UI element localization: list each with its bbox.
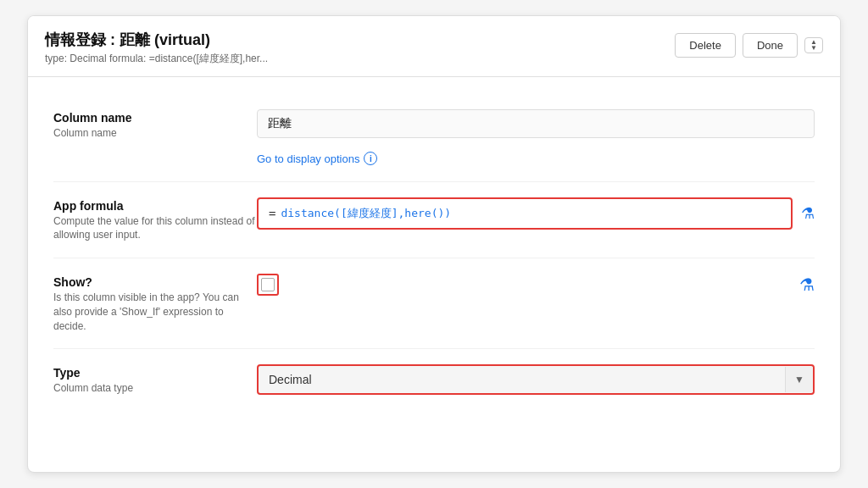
info-icon: i [364, 152, 377, 165]
go-to-display-container: Go to display options i [257, 145, 815, 166]
main-panel: 情報登録 : 距離 (virtual) type: Decimal formul… [27, 15, 841, 473]
column-name-label-desc: Column name [53, 126, 257, 141]
header-actions: Delete Done ▲ ▼ [675, 33, 823, 58]
formula-text: distance([緯度経度],here()) [281, 206, 451, 221]
show-row: Show? Is this column visible in the app?… [53, 258, 815, 349]
formula-equals: = [269, 207, 275, 220]
type-dropdown[interactable]: Decimal ▼ [257, 364, 815, 395]
app-formula-row: App formula Compute the value for this c… [53, 182, 815, 259]
column-name-row: Column name Column name Go to display op… [53, 94, 815, 182]
go-to-display-text: Go to display options [257, 152, 359, 165]
panel-title: 情報登録 : 距離 (virtual) [45, 30, 268, 50]
delete-button[interactable]: Delete [675, 33, 736, 58]
panel-subtitle: type: Decimal formula: =distance([緯度経度],… [45, 52, 268, 66]
type-label-desc: Column data type [53, 381, 257, 396]
app-formula-label-desc: Compute the value for this column instea… [53, 214, 257, 243]
type-row: Type Column data type Decimal ▼ [53, 349, 815, 411]
show-flask-icon[interactable]: ⚗ [799, 274, 815, 295]
panel-content: Column name Column name Go to display op… [28, 77, 840, 428]
panel-header: 情報登録 : 距離 (virtual) type: Decimal formul… [28, 16, 840, 77]
show-field: ⚗ [257, 274, 815, 296]
show-label-desc: Is this column visible in the app? You c… [53, 291, 257, 333]
app-formula-label: App formula Compute the value for this c… [53, 197, 257, 243]
app-formula-label-title: App formula [53, 199, 257, 213]
dropdown-arrow-icon: ▼ [785, 367, 813, 392]
done-button[interactable]: Done [743, 33, 798, 58]
type-dropdown-label: Decimal [259, 366, 785, 393]
formula-flask-icon[interactable]: ⚗ [801, 204, 815, 223]
chevron-down-icon: ▼ [810, 46, 817, 51]
show-label: Show? Is this column visible in the app?… [53, 274, 257, 333]
type-field: Decimal ▼ [257, 364, 815, 395]
column-name-field: Go to display options i [257, 109, 815, 166]
column-name-label-title: Column name [53, 111, 257, 125]
column-name-label: Column name Column name [53, 109, 257, 141]
type-label-title: Type [53, 366, 257, 380]
go-to-display-link[interactable]: Go to display options i [257, 152, 377, 165]
formula-container: = distance([緯度経度],here()) ⚗ [257, 197, 815, 230]
show-label-title: Show? [53, 275, 257, 289]
formula-input-wrapper[interactable]: = distance([緯度経度],here()) [257, 197, 793, 230]
checkbox-inner [261, 278, 275, 291]
column-name-input[interactable] [257, 109, 815, 138]
show-row-inner: ⚗ [257, 274, 815, 296]
type-label: Type Column data type [53, 364, 257, 396]
header-left: 情報登録 : 距離 (virtual) type: Decimal formul… [45, 30, 268, 66]
chevron-stepper[interactable]: ▲ ▼ [804, 37, 823, 53]
app-formula-field: = distance([緯度経度],here()) ⚗ [257, 197, 815, 230]
show-checkbox[interactable] [257, 274, 279, 296]
